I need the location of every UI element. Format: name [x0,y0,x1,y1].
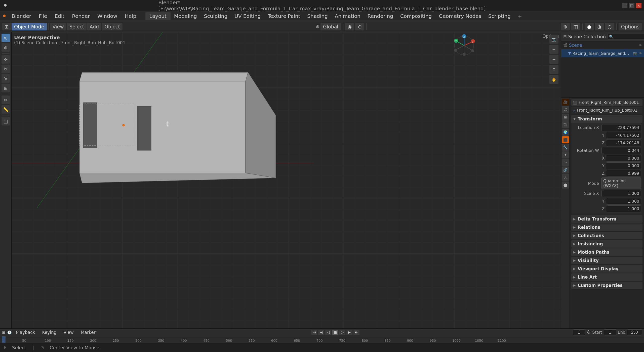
add-menu-button[interactable]: Add [87,23,101,30]
window-controls[interactable]: — □ × [622,3,641,8]
tab-modeling[interactable]: Modeling [171,12,200,20]
tab-animation[interactable]: Animation [331,12,364,20]
jump-to-start-button[interactable]: ⏮ [311,330,317,335]
tab-scripting[interactable]: Scripting [485,12,514,20]
modifier-props-icon[interactable]: 🔧 [562,144,569,151]
rotation-x-value[interactable]: 0.000 [606,155,641,162]
maximize-button[interactable]: □ [629,3,634,8]
custom-properties-header[interactable]: ▶ Custom Properties [571,282,642,289]
minimize-button[interactable]: — [622,3,627,8]
start-frame-input[interactable] [604,329,616,335]
cursor-tool[interactable]: ⊕ [2,43,10,52]
timeline-view-menu[interactable]: View [61,329,76,335]
material-shading-button[interactable]: ◑ [595,23,604,30]
timeline-marker-menu[interactable]: Marker [78,329,98,335]
tab-geometry-nodes[interactable]: Geometry Nodes [435,12,485,20]
scale-y-value[interactable]: 1.000 [606,198,641,205]
location-z-value[interactable]: -174.20148 [606,140,641,146]
timeline-track[interactable]: 1 50 100 150 200 250 300 350 400 450 500… [0,336,644,343]
move-tool[interactable]: ✛ [2,55,10,64]
select-menu-button[interactable]: Select [67,23,87,30]
annotate-tool[interactable]: ✏ [2,96,10,104]
material-props-icon[interactable]: ⬤ [562,182,569,189]
select-tool[interactable]: ↖ [2,34,10,42]
tab-add[interactable]: + [514,12,526,20]
navigation-gizmo[interactable]: X Y Z [453,34,475,57]
scale-tool[interactable]: ⇲ [2,74,10,83]
world-props-icon[interactable]: 🌍 [562,129,569,136]
zoom-out-button[interactable]: − [549,55,558,64]
zoom-in-button[interactable]: + [549,45,558,54]
options-button[interactable]: Options [619,23,642,30]
particles-props-icon[interactable]: ✦ [562,151,569,158]
line-art-header[interactable]: ▶ Line Art [571,273,642,281]
data-props-icon[interactable]: △ [562,174,569,181]
editor-type-button[interactable]: ⊞ [2,23,11,30]
viewport-3d[interactable]: User Perspective (1) Scene Collection | … [12,32,561,328]
timeline-playback-menu[interactable]: Playback [14,329,38,335]
object-name-field[interactable]: ⬛ Front_Right_Rim_Hub_Bolt001 [571,99,642,106]
object-data-field[interactable]: △ Front_Right_Rim_Hub_Bolt001 [571,107,642,114]
rotation-mode-value[interactable]: Quaternion (WXYZ) [601,178,641,189]
transform-tool[interactable]: ⊞ [2,84,10,92]
step-forward-button[interactable]: ▶ [346,330,352,335]
transform-global-button[interactable]: Global [320,23,341,30]
output-props-icon[interactable]: 🖨 [562,106,569,113]
instancing-header[interactable]: ▶ Instancing [571,240,642,248]
pan-button[interactable]: ✋ [549,75,558,84]
object-props-icon[interactable]: ⬛ [562,136,569,143]
rotate-tool[interactable]: ↻ [2,65,10,73]
menu-edit[interactable]: Edit [51,12,68,20]
motion-paths-header[interactable]: ▶ Motion Paths [571,248,642,256]
scale-x-value[interactable]: 1.000 [601,190,641,197]
menu-window[interactable]: Window [94,12,121,20]
rotation-z-value[interactable]: 0.999 [606,170,641,177]
physics-props-icon[interactable]: 〜 [562,159,569,166]
menu-blender[interactable]: Blender [8,12,34,20]
menu-render[interactable]: Render [68,12,93,20]
transform-section-header[interactable]: ▼ Transform [571,115,642,123]
jump-to-end-button[interactable]: ⏭ [353,330,359,335]
constraints-props-icon[interactable]: 🔗 [562,166,569,173]
relations-header[interactable]: ▶ Relations [571,224,642,231]
render-shading-button[interactable]: ○ [605,23,614,30]
outliner-collection-item[interactable]: ▼ Racing_Team_Garage_and_Formula_1_Car 📷… [561,49,644,57]
tab-compositing[interactable]: Compositing [397,12,435,20]
menu-file[interactable]: File [35,12,51,20]
tab-sculpting[interactable]: Sculpting [200,12,231,20]
end-frame-input[interactable] [627,329,642,335]
zoom-fit-button[interactable]: ⊡ [549,65,558,74]
render-props-icon[interactable]: 🎥 [562,99,569,106]
tab-uv-editing[interactable]: UV Editing [231,12,264,20]
viewport-display-header[interactable]: ▶ Viewport Display [571,265,642,273]
add-cube-tool[interactable]: □ [2,117,10,125]
scale-z-value[interactable]: 1.000 [606,205,641,212]
view-menu-button[interactable]: View [50,23,66,30]
current-frame-input[interactable] [573,329,585,335]
location-y-value[interactable]: -464.17502 [606,132,641,139]
solid-shading-button[interactable]: ● [585,23,594,30]
rotation-y-value[interactable]: 0.000 [606,162,641,169]
menu-help[interactable]: Help [121,12,140,20]
overlay-button[interactable]: ⊚ [561,23,570,30]
proportional-button[interactable]: ⊙ [355,23,364,30]
outliner-scene-item[interactable]: 🎬 Scene 👁 [561,41,644,49]
tab-rendering[interactable]: Rendering [364,12,397,20]
visibility-icon[interactable]: 👁 [639,43,642,47]
view-layer-props-icon[interactable]: ⊞ [562,114,569,121]
outliner-search-input[interactable] [607,34,644,40]
tab-shading[interactable]: Shading [304,12,331,20]
step-back-button[interactable]: ◀ [318,330,324,335]
location-x-value[interactable]: -228.77594 [601,124,641,131]
measure-tool[interactable]: 📏 [2,105,10,114]
snap-button[interactable]: ◉ [345,23,354,30]
vis-icon[interactable]: 👁 [639,52,642,55]
camera-view-button[interactable]: 📷 [549,35,558,44]
tab-layout[interactable]: Layout [145,12,171,20]
xray-button[interactable]: ◫ [571,23,580,30]
play-back-button[interactable]: ◁ [325,330,331,335]
rotation-w-value[interactable]: 0.044 [601,147,641,154]
delta-transform-header[interactable]: ▶ Delta Transform [571,215,642,223]
visibility-header[interactable]: ▶ Visibility [571,257,642,264]
collections-header[interactable]: ▶ Collections [571,232,642,239]
